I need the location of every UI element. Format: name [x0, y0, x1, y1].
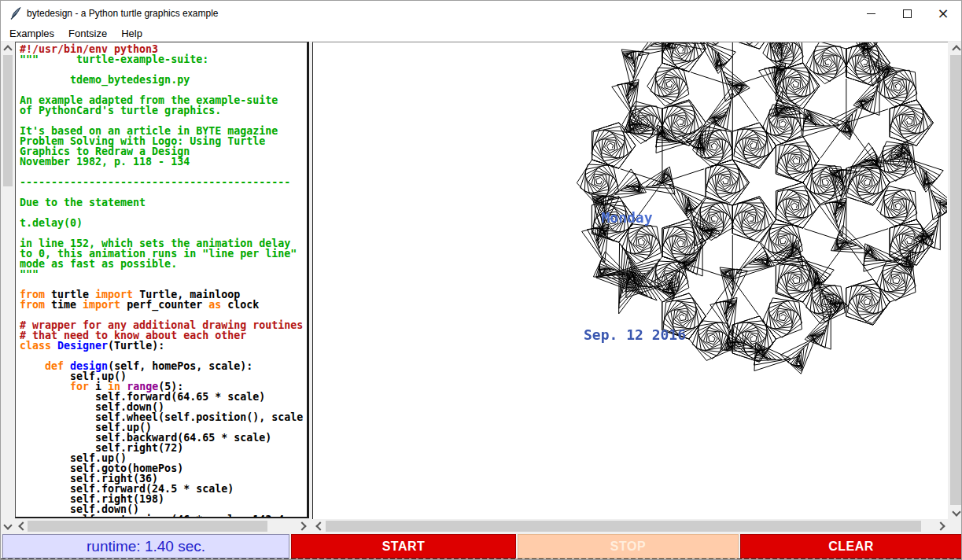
code-line: """ [20, 269, 307, 279]
chevron-left-icon [315, 521, 324, 530]
code-line: November 1982, p. 118 - 134 [20, 157, 307, 167]
canvas-vscroll-thumb[interactable] [950, 55, 962, 505]
close-button[interactable]: × [925, 1, 961, 26]
window-controls: × [853, 1, 961, 26]
code-scroll-right-button[interactable] [297, 520, 309, 532]
code-vertical-scrollbar[interactable] [2, 42, 13, 532]
menu-item-fontsize[interactable]: Fontsize [61, 28, 114, 39]
close-icon: × [937, 6, 949, 20]
chevron-up-icon [952, 45, 960, 53]
app-window: bytedesign - a Python turtle graphics ex… [0, 0, 962, 560]
minimize-icon [867, 13, 875, 14]
code-line: ----------------------------------------… [20, 177, 307, 187]
canvas-horizontal-scrollbar[interactable] [312, 520, 948, 532]
chevron-right-icon [936, 521, 945, 530]
code-view[interactable]: #!/usr/bin/env python3""" turtle-example… [15, 42, 309, 518]
runtime-label: runtime: 1.40 sec. [2, 534, 289, 558]
menu-item-help[interactable]: Help [114, 28, 149, 39]
chevron-down-icon [952, 507, 960, 516]
code-line: class Designer(Turtle): [20, 341, 307, 351]
code-line: from time import perf_counter as clock [20, 300, 307, 310]
turtle-canvas [313, 42, 947, 518]
chevron-right-icon [297, 521, 306, 530]
code-line: Due to the statement [20, 197, 307, 208]
menu-item-examples[interactable]: Examples [2, 28, 61, 39]
canvas-scroll-down-button[interactable] [949, 507, 962, 519]
minimize-button[interactable] [853, 1, 889, 26]
canvas-scroll-left-button[interactable] [312, 520, 325, 532]
code-vscroll-thumb[interactable] [3, 55, 13, 186]
chevron-up-icon [3, 45, 12, 53]
clear-button[interactable]: CLEAR [740, 534, 962, 558]
stop-button[interactable]: STOP [518, 534, 739, 558]
start-button[interactable]: START [291, 534, 516, 558]
code-line: mode as fast as possible. [20, 259, 307, 269]
code-line: of PythonCard's turtle graphics. [20, 105, 307, 116]
code-scroll-up-button[interactable] [2, 42, 13, 54]
code-hscroll-thumb[interactable] [28, 521, 267, 532]
code-line: self.centerpiece(46 * scale, 143.4, s [20, 514, 307, 518]
canvas-scroll-right-button[interactable] [935, 520, 948, 532]
canvas-hscroll-thumb[interactable] [326, 521, 921, 532]
code-line: tdemo_bytedesign.py [20, 75, 307, 85]
code-scroll-left-button[interactable] [15, 520, 28, 532]
code-horizontal-scrollbar[interactable] [15, 520, 309, 532]
tk-feather-icon [9, 6, 23, 20]
title-bar: bytedesign - a Python turtle graphics ex… [1, 1, 961, 26]
turtle-canvas-area [312, 42, 948, 519]
chevron-down-icon [3, 521, 12, 529]
canvas-vertical-scrollbar[interactable] [949, 42, 962, 519]
maximize-icon [903, 9, 912, 18]
canvas-scroll-up-button[interactable] [949, 42, 962, 54]
code-line: t.delay(0) [20, 218, 307, 228]
code-line: """ turtle-example-suite: [20, 54, 307, 64]
window-title: bytedesign - a Python turtle graphics ex… [27, 1, 218, 26]
code-scroll-down-button[interactable] [2, 520, 13, 532]
chevron-left-icon [18, 521, 27, 530]
maximize-button[interactable] [889, 1, 925, 26]
menu-bar: Examples Fontsize Help [1, 26, 961, 42]
